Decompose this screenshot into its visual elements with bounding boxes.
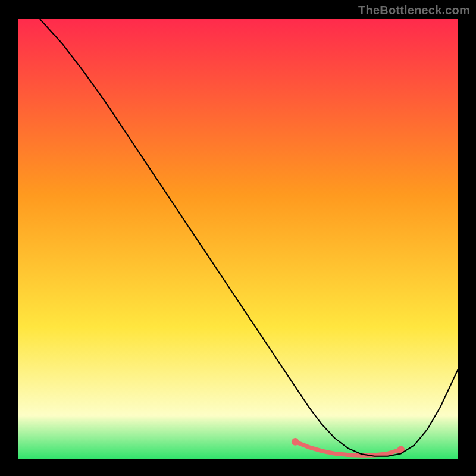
bottleneck-chart <box>18 19 458 459</box>
watermark-text: TheBottleneck.com <box>358 4 470 17</box>
optimal-zone-endpoint <box>292 438 299 446</box>
chart-frame: TheBottleneck.com <box>0 0 476 476</box>
gradient-plot-area <box>18 19 458 459</box>
